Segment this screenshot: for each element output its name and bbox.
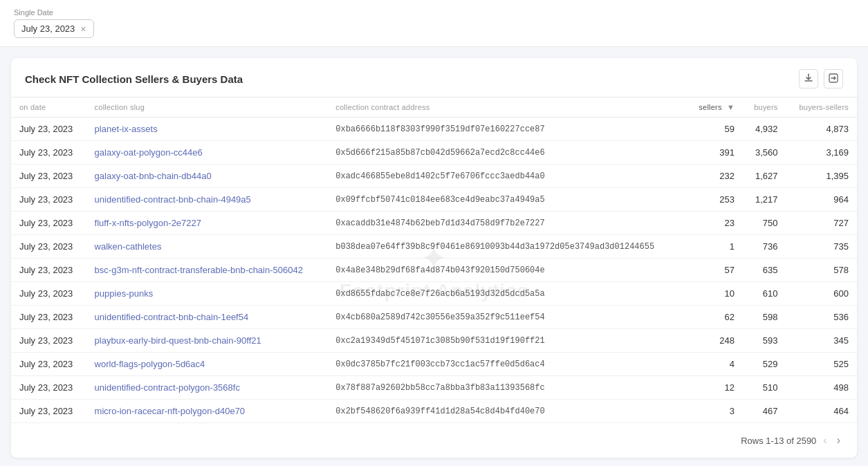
sort-arrow-sellers: ▼ bbox=[727, 103, 735, 111]
cell-buyers-sellers: 3,169 bbox=[786, 141, 857, 165]
cell-sellers: 59 bbox=[687, 118, 743, 141]
cell-slug[interactable]: world-flags-polygon-5d6ac4 bbox=[86, 353, 328, 376]
cell-slug[interactable]: puppies-punks bbox=[86, 282, 328, 306]
cell-buyers: 736 bbox=[743, 235, 786, 259]
slug-link[interactable]: unidentified-contract-bnb-chain-4949a5 bbox=[95, 194, 251, 205]
slug-link[interactable]: walken-cathletes bbox=[95, 241, 162, 252]
cell-sellers: 391 bbox=[687, 141, 743, 165]
cell-date: July 23, 2023 bbox=[11, 235, 86, 259]
cell-contract: 0x5d666f215a85b87cb042d59662a7ecd2c8cc44… bbox=[327, 141, 687, 165]
cell-date: July 23, 2023 bbox=[11, 141, 86, 165]
page-next-button[interactable]: › bbox=[834, 433, 843, 448]
cell-slug[interactable]: fluff-x-nfts-polygon-2e7227 bbox=[86, 212, 328, 235]
table-row: July 23, 2023 puppies-punks 0xd8655fdabc… bbox=[11, 282, 857, 306]
table-row: July 23, 2023 walken-cathletes b038dea07… bbox=[11, 235, 857, 259]
cell-date: July 23, 2023 bbox=[11, 212, 86, 235]
cell-slug[interactable]: unidentified-contract-bnb-chain-1eef54 bbox=[86, 306, 328, 329]
cell-buyers: 593 bbox=[743, 329, 786, 353]
cell-slug[interactable]: unidentified-contract-polygon-3568fc bbox=[86, 376, 328, 400]
cell-contract: 0x0dc3785b7fc21f003ccb73cc1ac57ffe0d5d6a… bbox=[327, 353, 687, 376]
download-icon bbox=[804, 73, 813, 85]
cell-slug[interactable]: bsc-g3m-nft-contract-transferable-bnb-ch… bbox=[86, 259, 328, 282]
slug-link[interactable]: unidentified-contract-bnb-chain-1eef54 bbox=[95, 312, 249, 322]
slug-link[interactable]: micro-ion-racecar-nft-polygon-d40e70 bbox=[95, 406, 246, 416]
page-prev-button[interactable]: ‹ bbox=[820, 433, 829, 448]
cell-buyers: 1,217 bbox=[743, 188, 786, 212]
cell-sellers: 57 bbox=[687, 259, 743, 282]
cell-date: July 23, 2023 bbox=[11, 188, 86, 212]
cell-buyers-sellers: 4,873 bbox=[786, 118, 857, 141]
cell-date: July 23, 2023 bbox=[11, 259, 86, 282]
table-header: on date collection slug collection contr… bbox=[11, 97, 857, 118]
download-button[interactable] bbox=[799, 69, 818, 88]
cell-buyers-sellers: 600 bbox=[786, 282, 857, 306]
cell-buyers: 467 bbox=[743, 400, 786, 423]
cell-buyers: 1,627 bbox=[743, 165, 786, 188]
cell-contract: 0x09ffcbf50741c0184ee683ce4d9eabc37a4949… bbox=[327, 188, 687, 212]
cell-slug[interactable]: unidentified-contract-bnb-chain-4949a5 bbox=[86, 188, 328, 212]
col-collection-slug: collection slug bbox=[86, 97, 328, 118]
table-row: July 23, 2023 playbux-early-bird-quest-b… bbox=[11, 329, 857, 353]
cell-slug[interactable]: planet-ix-assets bbox=[86, 118, 328, 141]
table-row: July 23, 2023 micro-ion-racecar-nft-poly… bbox=[11, 400, 857, 423]
cell-contract: 0x2bf548620f6a939ff41d1d28a54c8d4b4fd40e… bbox=[327, 400, 687, 423]
card-title: Check NFT Collection Sellers & Buyers Da… bbox=[25, 73, 243, 85]
cell-buyers: 635 bbox=[743, 259, 786, 282]
slug-link[interactable]: galaxy-oat-polygon-cc44e6 bbox=[95, 147, 203, 158]
cell-buyers: 598 bbox=[743, 306, 786, 329]
date-label: Single Date bbox=[14, 8, 854, 17]
share-icon bbox=[829, 73, 838, 85]
cell-date: July 23, 2023 bbox=[11, 118, 86, 141]
date-value: July 23, 2023 bbox=[21, 24, 75, 34]
card-header: Check NFT Collection Sellers & Buyers Da… bbox=[11, 58, 857, 97]
table-row: July 23, 2023 unidentified-contract-bnb-… bbox=[11, 306, 857, 329]
cell-date: July 23, 2023 bbox=[11, 400, 86, 423]
table-body: July 23, 2023 planet-ix-assets 0xba6666b… bbox=[11, 118, 857, 423]
date-clear-button[interactable]: × bbox=[80, 24, 86, 34]
col-sellers[interactable]: sellers ▼ bbox=[687, 97, 743, 118]
slug-link[interactable]: playbux-early-bird-quest-bnb-chain-90ff2… bbox=[95, 335, 261, 346]
cell-sellers: 62 bbox=[687, 306, 743, 329]
table-row: July 23, 2023 planet-ix-assets 0xba6666b… bbox=[11, 118, 857, 141]
cell-buyers: 510 bbox=[743, 376, 786, 400]
table-row: July 23, 2023 bsc-g3m-nft-contract-trans… bbox=[11, 259, 857, 282]
cell-buyers: 529 bbox=[743, 353, 786, 376]
cell-contract: 0xba6666b118f8303f990f3519df07e160227cce… bbox=[327, 118, 687, 141]
cell-sellers: 12 bbox=[687, 376, 743, 400]
slug-link[interactable]: galaxy-oat-bnb-chain-db44a0 bbox=[95, 171, 212, 181]
main-card: Check NFT Collection Sellers & Buyers Da… bbox=[11, 58, 857, 458]
share-button[interactable] bbox=[824, 69, 843, 88]
cell-sellers: 3 bbox=[687, 400, 743, 423]
cell-buyers-sellers: 464 bbox=[786, 400, 857, 423]
cell-contract: b038dea07e64ff39b8c9f0461e86910093b44d3a… bbox=[327, 235, 687, 259]
table-row: July 23, 2023 fluff-x-nfts-polygon-2e722… bbox=[11, 212, 857, 235]
col-buyers-sellers: buyers-sellers bbox=[786, 97, 857, 118]
slug-link[interactable]: bsc-g3m-nft-contract-transferable-bnb-ch… bbox=[95, 265, 303, 275]
slug-link[interactable]: unidentified-contract-polygon-3568fc bbox=[95, 382, 240, 393]
cell-buyers: 610 bbox=[743, 282, 786, 306]
cell-sellers: 253 bbox=[687, 188, 743, 212]
cell-slug[interactable]: playbux-early-bird-quest-bnb-chain-90ff2… bbox=[86, 329, 328, 353]
cell-slug[interactable]: galaxy-oat-bnb-chain-db44a0 bbox=[86, 165, 328, 188]
cell-slug[interactable]: micro-ion-racecar-nft-polygon-d40e70 bbox=[86, 400, 328, 423]
cell-contract: 0x4a8e348b29df68fa4d874b043f920150d75060… bbox=[327, 259, 687, 282]
cell-slug[interactable]: walken-cathletes bbox=[86, 235, 328, 259]
cell-buyers-sellers: 964 bbox=[786, 188, 857, 212]
cell-buyers-sellers: 578 bbox=[786, 259, 857, 282]
cell-contract: 0x4cb680a2589d742c30556e359a352f9c511eef… bbox=[327, 306, 687, 329]
cell-buyers: 3,560 bbox=[743, 141, 786, 165]
table-row: July 23, 2023 world-flags-polygon-5d6ac4… bbox=[11, 353, 857, 376]
cell-buyers-sellers: 525 bbox=[786, 353, 857, 376]
slug-link[interactable]: world-flags-polygon-5d6ac4 bbox=[95, 359, 205, 369]
cell-contract: 0xd8655fdabc7ce8e7f26acb6a5193d32d5dcd5a… bbox=[327, 282, 687, 306]
slug-link[interactable]: planet-ix-assets bbox=[95, 124, 158, 134]
slug-link[interactable]: fluff-x-nfts-polygon-2e7227 bbox=[95, 218, 201, 228]
col-on-date: on date bbox=[11, 97, 86, 118]
cell-slug[interactable]: galaxy-oat-polygon-cc44e6 bbox=[86, 141, 328, 165]
col-buyers: buyers bbox=[743, 97, 786, 118]
col-contract-address: collection contract address bbox=[327, 97, 687, 118]
slug-link[interactable]: puppies-punks bbox=[95, 288, 154, 299]
cell-contract: 0xadc466855ebe8d1402c5f7e6706fccc3aedb44… bbox=[327, 165, 687, 188]
cell-buyers-sellers: 536 bbox=[786, 306, 857, 329]
table-row: July 23, 2023 galaxy-oat-polygon-cc44e6 … bbox=[11, 141, 857, 165]
